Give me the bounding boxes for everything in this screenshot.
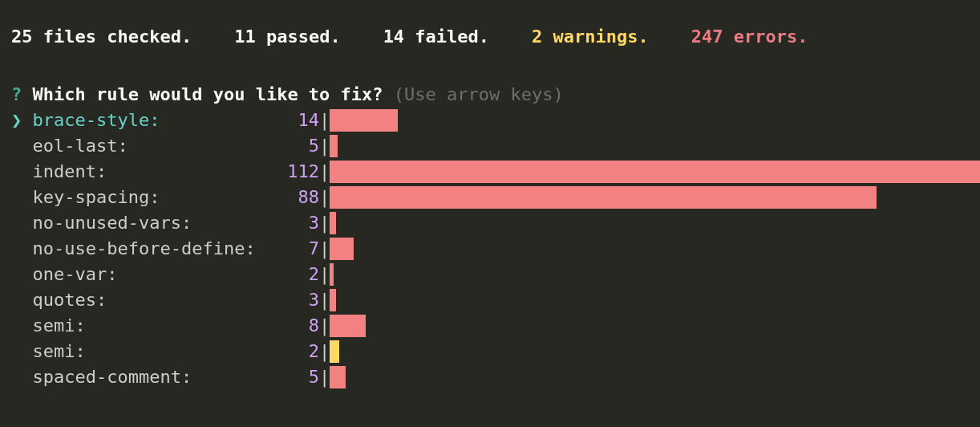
- rule-bar: [330, 238, 354, 260]
- rule-count: 2: [266, 339, 319, 364]
- rule-count: 88: [266, 185, 319, 210]
- prompt-hint: (Use arrow keys): [394, 84, 564, 104]
- rule-row[interactable]: no-use-before-define:7|: [11, 236, 969, 262]
- rule-bar: [330, 366, 346, 388]
- cursor-icon: [11, 210, 32, 236]
- rule-row[interactable]: indent:112|: [11, 159, 969, 185]
- cursor-icon: [11, 313, 32, 339]
- rule-row[interactable]: key-spacing:88|: [11, 185, 969, 210]
- cursor-icon: [11, 364, 32, 390]
- rule-bar: [330, 315, 366, 337]
- rule-bar: [330, 186, 877, 209]
- rule-count: 14: [266, 108, 319, 133]
- rule-label: key-spacing:: [32, 185, 265, 210]
- prompt-marker: ?: [11, 84, 22, 104]
- cursor-icon: [11, 236, 32, 262]
- rule-row[interactable]: ❯ brace-style:14|: [11, 108, 969, 133]
- cursor-icon: ❯: [11, 108, 32, 133]
- rule-bar: [330, 263, 334, 286]
- cursor-icon: [11, 185, 32, 210]
- rule-bar: [330, 161, 980, 183]
- rule-count: 8: [266, 313, 319, 339]
- rule-row[interactable]: semi:2|: [11, 339, 969, 364]
- rule-row[interactable]: one-var:2|: [11, 262, 969, 287]
- separator-pipe: |: [319, 185, 330, 210]
- separator-pipe: |: [319, 339, 330, 364]
- cursor-icon: [11, 262, 32, 287]
- rule-label: no-unused-vars:: [32, 210, 265, 236]
- rule-bar: [330, 135, 338, 157]
- rule-row[interactable]: eol-last:5|: [11, 133, 969, 159]
- rule-count: 5: [266, 133, 319, 159]
- rule-bar-cell: [330, 313, 969, 339]
- rule-bar-cell: [330, 159, 969, 185]
- rule-bar-cell: [330, 108, 969, 133]
- rule-bar-cell: [330, 287, 969, 313]
- summary-files-checked: 25 files checked.: [11, 26, 192, 47]
- cursor-icon: [11, 133, 32, 159]
- rule-list[interactable]: ❯ brace-style:14| eol-last:5| indent:112…: [11, 108, 969, 390]
- separator-pipe: |: [319, 287, 330, 313]
- rule-bar-cell: [330, 236, 969, 262]
- rule-bar-cell: [330, 364, 969, 390]
- separator-pipe: |: [319, 262, 330, 287]
- cursor-icon: [11, 159, 32, 185]
- rule-bar: [330, 340, 339, 363]
- rule-row[interactable]: semi:8|: [11, 313, 969, 339]
- separator-pipe: |: [319, 133, 330, 159]
- summary-failed: 14 failed.: [383, 26, 489, 47]
- rule-count: 3: [266, 210, 319, 236]
- prompt-question: Which rule would you like to fix?: [33, 84, 383, 104]
- prompt-line: ? Which rule would you like to fix? (Use…: [11, 82, 969, 108]
- rule-row[interactable]: spaced-comment:5|: [11, 364, 969, 390]
- rule-bar-cell: [330, 133, 969, 159]
- separator-pipe: |: [319, 236, 330, 262]
- rule-bar: [330, 212, 336, 234]
- rule-count: 5: [266, 364, 319, 390]
- rule-bar: [330, 289, 336, 311]
- cursor-icon: [11, 287, 32, 313]
- rule-label: one-var:: [32, 262, 265, 287]
- rule-count: 7: [266, 236, 319, 262]
- rule-label: semi:: [32, 339, 265, 364]
- separator-pipe: |: [319, 313, 330, 339]
- rule-bar-cell: [330, 185, 969, 210]
- summary-line: 25 files checked. 11 passed. 14 failed. …: [11, 24, 969, 50]
- separator-pipe: |: [319, 210, 330, 236]
- separator-pipe: |: [319, 159, 330, 185]
- rule-bar-cell: [330, 262, 969, 287]
- rule-label: brace-style:: [32, 108, 265, 133]
- rule-label: no-use-before-define:: [32, 236, 265, 262]
- rule-bar: [330, 109, 398, 132]
- rule-bar-cell: [330, 210, 969, 236]
- separator-pipe: |: [319, 364, 330, 390]
- separator-pipe: |: [319, 108, 330, 133]
- rule-label: semi:: [32, 313, 265, 339]
- rule-label: eol-last:: [32, 133, 265, 159]
- rule-label: quotes:: [32, 287, 265, 313]
- rule-label: spaced-comment:: [32, 364, 265, 390]
- rule-row[interactable]: quotes:3|: [11, 287, 969, 313]
- rule-label: indent:: [32, 159, 265, 185]
- summary-passed: 11 passed.: [234, 26, 340, 47]
- rule-bar-cell: [330, 339, 969, 364]
- cursor-icon: [11, 339, 32, 364]
- rule-count: 3: [266, 287, 319, 313]
- rule-count: 112: [266, 159, 319, 185]
- summary-warnings: 2 warnings.: [532, 26, 649, 47]
- rule-count: 2: [266, 262, 319, 287]
- summary-errors: 247 errors.: [691, 26, 808, 47]
- rule-row[interactable]: no-unused-vars:3|: [11, 210, 969, 236]
